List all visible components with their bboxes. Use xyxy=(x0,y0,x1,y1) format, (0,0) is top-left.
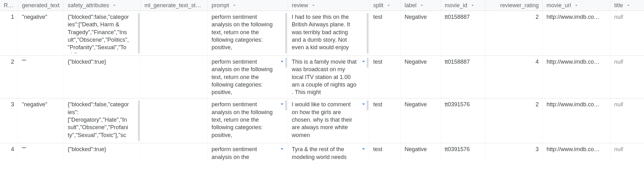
cell-value-null: null xyxy=(614,13,623,21)
cell-value-null: null xyxy=(614,145,623,153)
expand-icon[interactable] xyxy=(360,145,367,153)
dropdown-icon[interactable] xyxy=(420,3,424,8)
cell-value: test xyxy=(373,13,382,21)
header-title[interactable]: title xyxy=(610,0,644,11)
header-movie-id[interactable]: movie_id xyxy=(441,0,485,11)
table-header-row: Row generated_text safety_attributes ml_… xyxy=(0,0,644,11)
expand-icon[interactable] xyxy=(278,145,286,153)
header-review[interactable]: review xyxy=(288,0,369,11)
expand-icon[interactable] xyxy=(360,58,367,65)
row-number: 4 xyxy=(4,145,14,153)
cell-value: perform sentiment analysis on the follow… xyxy=(212,58,276,96)
dropdown-icon[interactable] xyxy=(574,3,579,8)
cell-value: Negative xyxy=(405,101,427,108)
cell-row-number: 3 xyxy=(0,98,18,143)
dropdown-icon[interactable] xyxy=(232,3,237,8)
cell-value: 2 xyxy=(489,13,539,21)
cell-value: "negative" xyxy=(22,13,47,21)
cell-value: Negative xyxy=(405,145,427,153)
cell-value: Tyra & the rest of the modeling world ne… xyxy=(292,145,358,161)
cell-review: This is a family movie that was broadcas… xyxy=(288,56,369,98)
header-safety-attributes[interactable]: safety_attributes xyxy=(64,0,141,11)
header-label: review xyxy=(292,2,308,9)
cell-value: "" xyxy=(22,145,26,153)
cell-value: This is a family movie that was broadcas… xyxy=(292,58,358,96)
cell-ml-status xyxy=(141,143,208,163)
cell-title: null xyxy=(610,143,644,163)
scroll-indicator[interactable] xyxy=(367,100,369,110)
header-label: ml_generate_text_status xyxy=(144,2,204,9)
cell-safety-attributes: {"blocked":true} xyxy=(64,56,141,98)
table-row[interactable]: 3 "negative" {"blocked":false,"categorie… xyxy=(0,98,644,143)
cell-value: test xyxy=(373,101,382,108)
header-movie-url[interactable]: movie_url xyxy=(543,0,610,11)
cell-value: {"blocked":false,"categories":["Derogato… xyxy=(68,101,129,141)
table-row[interactable]: 4 "" {"blocked":true} perform sentiment … xyxy=(0,143,644,163)
cell-ml-status xyxy=(141,98,208,143)
cell-reviewer-rating: 4 xyxy=(485,56,543,98)
cell-value: test xyxy=(373,58,382,66)
cell-row-number: 2 xyxy=(0,56,18,98)
cell-value: 2 xyxy=(489,101,539,108)
expand-icon[interactable] xyxy=(278,100,286,108)
header-label-col[interactable]: label xyxy=(401,0,441,11)
cell-value: http://www.imdb.co… xyxy=(547,13,606,21)
dropdown-icon[interactable] xyxy=(311,3,316,8)
header-prompt[interactable]: prompt xyxy=(208,0,288,11)
cell-review: Tyra & the rest of the modeling world ne… xyxy=(288,143,369,163)
cell-reviewer-rating: 2 xyxy=(485,11,543,55)
cell-generated-text: "negative" xyxy=(18,11,64,55)
expand-icon[interactable] xyxy=(360,100,367,108)
scroll-indicator[interactable] xyxy=(138,13,140,54)
scroll-indicator[interactable] xyxy=(367,58,369,68)
cell-value: perform sentiment analysis on the follow… xyxy=(212,101,276,139)
header-split[interactable]: split xyxy=(369,0,401,11)
cell-safety-attributes: {"blocked":false,"categories":["Derogato… xyxy=(64,98,141,143)
cell-value-null: null xyxy=(614,101,623,108)
cell-generated-text: "" xyxy=(18,56,64,98)
cell-value: tt0391576 xyxy=(445,101,470,108)
dropdown-icon[interactable] xyxy=(112,3,117,8)
cell-title: null xyxy=(610,98,644,143)
cell-value: I would like to comment on how the girls… xyxy=(292,101,358,139)
cell-reviewer-rating: 3 xyxy=(485,143,543,163)
cell-value: 3 xyxy=(489,145,539,153)
cell-label: Negative xyxy=(401,98,441,143)
header-ml-generate-text-status[interactable]: ml_generate_text_status xyxy=(141,0,208,11)
cell-value-null: null xyxy=(614,58,623,66)
cell-prompt: perform sentiment analysis on the follow… xyxy=(208,56,288,98)
cell-value: I had to see this on the British Airways… xyxy=(292,13,358,51)
scroll-indicator[interactable] xyxy=(138,100,140,141)
cell-row-number: 4 xyxy=(0,143,18,163)
header-generated-text[interactable]: generated_text xyxy=(18,0,64,11)
scroll-indicator[interactable] xyxy=(285,58,287,68)
cell-value: http://www.imdb.co… xyxy=(547,145,606,153)
header-reviewer-rating[interactable]: reviewer_rating xyxy=(485,0,543,11)
scroll-indicator[interactable] xyxy=(367,13,369,54)
results-table: Row generated_text safety_attributes ml_… xyxy=(0,0,644,163)
dropdown-icon[interactable] xyxy=(386,3,391,8)
header-label: label xyxy=(405,2,416,9)
dropdown-icon[interactable] xyxy=(470,3,475,8)
dropdown-icon[interactable] xyxy=(626,3,631,8)
scroll-indicator[interactable] xyxy=(285,13,287,54)
row-number: 3 xyxy=(4,101,14,108)
cell-row-number: 1 xyxy=(0,11,18,55)
cell-review: I would like to comment on how the girls… xyxy=(288,98,369,143)
header-row-number[interactable]: Row xyxy=(0,0,18,11)
cell-split: test xyxy=(369,11,401,55)
table-row[interactable]: 1 "negative" {"blocked":false,"categorie… xyxy=(0,11,644,56)
scroll-indicator[interactable] xyxy=(285,100,287,110)
cell-value: perform sentiment analysis on the follow… xyxy=(212,13,276,51)
cell-value: {"blocked":true} xyxy=(68,58,106,66)
table-row[interactable]: 2 "" {"blocked":true} perform sentiment … xyxy=(0,56,644,98)
cell-safety-attributes: {"blocked":true} xyxy=(64,143,141,163)
cell-split: test xyxy=(369,98,401,143)
row-number: 2 xyxy=(4,58,14,66)
cell-label: Negative xyxy=(401,56,441,98)
cell-ml-status xyxy=(141,11,208,55)
cell-split: test xyxy=(369,143,401,163)
row-number: 1 xyxy=(4,13,14,21)
cell-value: 4 xyxy=(489,58,539,66)
expand-icon[interactable] xyxy=(278,58,286,65)
